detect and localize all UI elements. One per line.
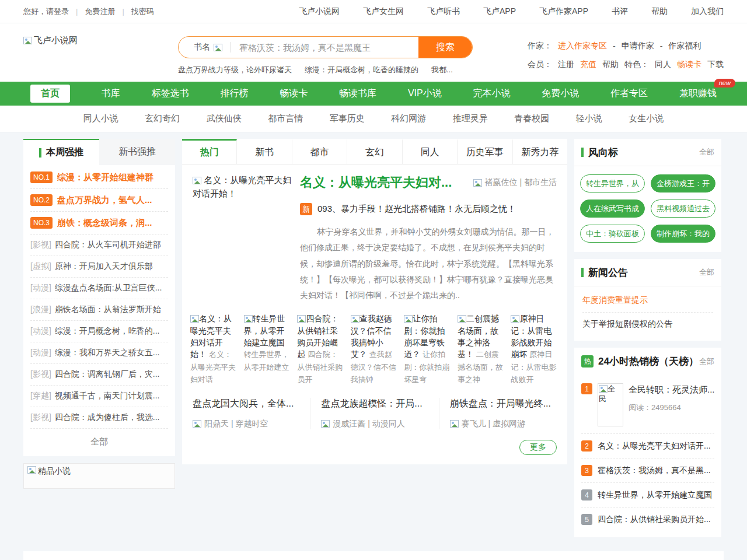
grid-book-card[interactable]: 查我赵德汉？信不信我搞钟小艾？ 查我赵德汉？信不信我搞钟 [351, 313, 399, 386]
nav-ranking[interactable]: 排行榜 [220, 88, 248, 100]
subnav-urban[interactable]: 都市言情 [268, 113, 303, 124]
nav-library[interactable]: 书库 [102, 88, 120, 100]
news-item[interactable]: 关于举报短剧侵权的公告 [582, 313, 713, 336]
search-input[interactable] [239, 37, 418, 58]
login-link[interactable]: 您好，请登录 [23, 6, 69, 17]
list-item[interactable]: [影视]四合院：从火车司机开始进部 [30, 235, 168, 256]
book-author-link[interactable]: 赛飞儿 | 虚拟网游 [450, 419, 557, 429]
grid-book-card[interactable]: 名义：从曝光亮平夫妇对话开始！ 名义：从曝光亮平夫妇对话 [190, 313, 239, 386]
grid-book-card[interactable]: 让你拍剧：你就拍崩坏星穹铁道？ 让你拍剧：你就拍崩坏星穹 [404, 313, 452, 386]
book-author-link[interactable]: 阳鼎天 | 穿越时空 [193, 419, 299, 429]
site-link-book-review[interactable]: 书评 [612, 6, 628, 17]
more-button[interactable]: 更多 [519, 440, 557, 455]
tab-weekly-recommend[interactable]: 本周强推 [23, 139, 99, 165]
subnav-fantasy[interactable]: 玄幻奇幻 [145, 113, 180, 124]
tab-history-military[interactable]: 历史军事 [458, 139, 512, 164]
site-link-feilu-audio[interactable]: 飞卢听书 [427, 6, 460, 17]
featured-book-author[interactable]: 褚赢佐位 | 都市生活 [473, 177, 557, 188]
top-book-3[interactable]: NO.3 崩铁：概念级词条，润... [30, 212, 168, 235]
featured-book-cover[interactable]: 名义：从曝光亮平夫妇对话开始！ [193, 174, 292, 290]
tab-new[interactable]: 新书 [237, 139, 292, 164]
nav-author-zone[interactable]: 作者专区 [610, 88, 648, 100]
subnav-girls-novel[interactable]: 女生小说 [629, 113, 664, 124]
download-link[interactable]: 下载 [707, 60, 724, 70]
hot-search-keyword[interactable]: 我都... [431, 65, 453, 75]
nav-home[interactable]: 首页 [30, 85, 70, 103]
nav-changdu-library[interactable]: 畅读书库 [339, 88, 376, 100]
list-item[interactable]: [浪漫]崩铁名场面：从翁法罗斯开始 [30, 299, 168, 321]
news-all-link[interactable]: 全部 [699, 267, 714, 278]
rank-item-4[interactable]: 4转生异世界，从零开始建立魔国 [581, 482, 714, 507]
site-link-feilu-novel[interactable]: 飞卢小说网 [299, 6, 340, 17]
news-item[interactable]: 年度消费重置提示 [582, 289, 713, 313]
subnav-scifi-game[interactable]: 科幻网游 [391, 113, 426, 124]
nav-part-time[interactable]: 兼职赚钱 new [679, 88, 717, 100]
hot-search-keyword[interactable]: 综漫：开局概念树，吃香的睡辣的 [305, 65, 418, 75]
rank-item-1[interactable]: 1 全民 全民转职：死灵法师... 阅读：2495664 [574, 375, 721, 433]
site-link-feilu-girls[interactable]: 飞卢女生网 [363, 6, 404, 17]
site-link-author-app[interactable]: 飞卢作家APP [539, 6, 588, 17]
nav-tag-select[interactable]: 标签选书 [152, 88, 189, 100]
site-link-join-us[interactable]: 加入我们 [691, 6, 724, 17]
windvane-tag[interactable]: 转生异世界，从 [580, 174, 645, 192]
list-item[interactable]: [穿越]视频通千古，南天门计划震... [30, 386, 168, 407]
grid-book-card[interactable]: 转生异世界，从零开始建立魔国 转生异世界，从零开始建立 [244, 313, 292, 386]
grid-book-card[interactable]: 原神日记：从雷电影战败开始崩坏 原神日记：从雷电影战败开 [511, 313, 559, 386]
site-logo[interactable]: 飞卢小说网 [23, 35, 78, 46]
find-password-link[interactable]: 找密码 [131, 6, 154, 17]
list-item[interactable]: [虚拟]原神：开局加入天才俱乐部 [30, 256, 168, 278]
hot-search-keyword[interactable]: 盘点万界战力等级，论外吓尿诸天 [178, 65, 292, 75]
tab-hot[interactable]: 热门 [182, 139, 237, 164]
windvane-tag[interactable]: 金榜游戏王：开 [651, 174, 715, 192]
book-author-link[interactable]: 漫威汪酱 | 动漫同人 [321, 419, 428, 429]
latest-chapter-link[interactable]: 093、暴力手段！赵光北搭桥铺路！永无后顾之忧！ [317, 204, 516, 215]
subnav-light-novel[interactable]: 轻小说 [576, 113, 602, 124]
featured-book-title[interactable]: 名义：从曝光亮平夫妇对... [300, 174, 452, 191]
list-item[interactable]: [影视]四合院：成为傻柱后，我选... [30, 407, 168, 429]
windvane-tag[interactable]: 黑料视频通过去 [651, 200, 715, 218]
grid-book-card[interactable]: 二创震撼名场面，故事之神洛基！ 二创震撼名场面，故事之神 [458, 313, 506, 386]
register-link[interactable]: 免费注册 [85, 6, 115, 17]
list-item[interactable]: [动漫]综漫：开局概念树，吃香的... [30, 321, 168, 342]
apply-author-link[interactable]: 申请作家 [622, 41, 654, 51]
site-link-feilu-app[interactable]: 飞卢APP [483, 6, 516, 17]
member-register-link[interactable]: 注册 [558, 60, 574, 70]
tab-rookie[interactable]: 新秀力荐 [513, 139, 567, 164]
tongren-link[interactable]: 同人 [655, 60, 671, 70]
windvane-tag[interactable]: 中土：骑砍面板 [580, 225, 645, 243]
rank-item-5[interactable]: 5四合院：从供销社采购员开始... [581, 507, 714, 531]
subnav-military-history[interactable]: 军事历史 [330, 113, 365, 124]
changdu-card-link[interactable]: 畅读卡 [677, 60, 701, 70]
search-category-dropdown[interactable]: 书名 [179, 42, 222, 52]
windvane-all-link[interactable]: 全部 [699, 147, 714, 158]
top-book-2[interactable]: NO.2 盘点万界战力，氢气人... [30, 189, 168, 212]
nav-changdu-card[interactable]: 畅读卡 [280, 88, 308, 100]
subnav-wuxia[interactable]: 武侠仙侠 [207, 113, 242, 124]
site-link-help[interactable]: 帮助 [651, 6, 668, 17]
rank-item-2[interactable]: 2名义：从曝光亮平夫妇对话开... [581, 433, 714, 458]
rank-item-3[interactable]: 3霍格沃茨：我汤姆，真不是黑... [581, 458, 714, 482]
recharge-link[interactable]: 充值 [580, 60, 596, 70]
boutique-banner[interactable]: 精品小说 [23, 463, 175, 489]
book-title-link[interactable]: 盘点龙国大阅兵，全体... [193, 398, 299, 410]
tab-urban[interactable]: 都市 [292, 139, 347, 164]
nav-vip-novels[interactable]: VIP小说 [408, 88, 442, 100]
nav-free-novels[interactable]: 免费小说 [542, 88, 579, 100]
author-benefits-link[interactable]: 作家福利 [668, 41, 701, 51]
author-zone-link[interactable]: 进入作家专区 [558, 41, 607, 51]
subnav-tongren[interactable]: 同人小说 [83, 113, 118, 124]
subnav-campus[interactable]: 青春校园 [514, 113, 549, 124]
tab-new-book-recommend[interactable]: 新书强推 [99, 139, 175, 165]
list-item[interactable]: [影视]四合院：调离轧钢厂后，灾... [30, 364, 168, 386]
grid-book-card[interactable]: 四合院：从供销社采购员开始崛起 四合院：从供销社采购员开 [297, 313, 345, 386]
list-item[interactable]: [动漫]综漫：我和万界天之骄女五... [30, 342, 168, 364]
tab-fantasy[interactable]: 玄幻 [347, 139, 402, 164]
member-help-link[interactable]: 帮助 [602, 60, 619, 70]
top-book-1[interactable]: NO.1 综漫：从零开始组建神群 [30, 166, 168, 189]
book-title-link[interactable]: 盘点龙族超模怪：开局... [321, 398, 428, 410]
subnav-mystery[interactable]: 推理灵异 [453, 113, 488, 124]
list-item[interactable]: [动漫]综漫盘点名场面:从卫宫巨侠... [30, 278, 168, 299]
windvane-tag[interactable]: 制作崩坏：我的 [651, 225, 715, 243]
tab-tongren[interactable]: 同人 [403, 139, 458, 164]
rank-all-link[interactable]: 全部 [699, 356, 714, 367]
